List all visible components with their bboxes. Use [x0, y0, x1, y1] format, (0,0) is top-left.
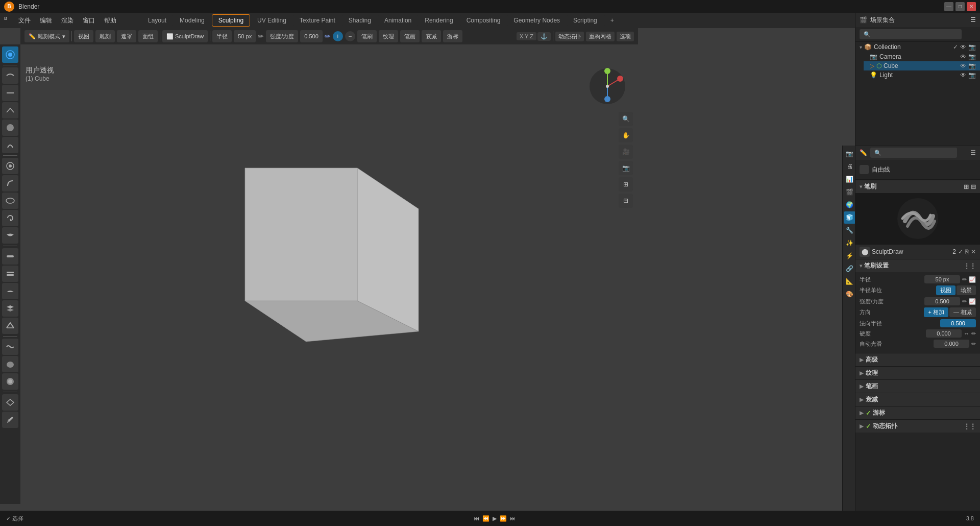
cam-eye-icon[interactable]: 👁: [960, 53, 966, 60]
add-btn[interactable]: +: [333, 31, 343, 41]
menu-edit[interactable]: 编辑: [36, 15, 56, 26]
stroke-settings-btn[interactable]: 笔画: [400, 30, 420, 42]
object-props-icon[interactable]: 🧊: [844, 211, 856, 224]
material-props-icon[interactable]: 🎨: [844, 288, 856, 300]
radius-view-btn[interactable]: 视图: [936, 285, 955, 295]
fill-tool[interactable]: [2, 119, 18, 136]
auto-smooth-value[interactable]: 0.000: [934, 340, 969, 348]
tab-add[interactable]: +: [604, 15, 620, 26]
cursor-section-header[interactable]: ▶ ✓ 游标: [855, 406, 980, 419]
zoom-btn[interactable]: 🔍: [619, 112, 633, 126]
mode-selector[interactable]: ✏️ 雕刻模式 ▾: [24, 30, 69, 42]
physics-props-icon[interactable]: ⚡: [844, 250, 856, 262]
falloff-settings-btn[interactable]: 衰减: [422, 30, 441, 42]
brush-section-header[interactable]: ▾ 笔刷 ⊞ ⊟: [855, 180, 980, 193]
clay-thumb-tool[interactable]: [2, 283, 18, 299]
dyntopo-more-icon[interactable]: ⋮⋮: [964, 423, 976, 430]
blob-tool[interactable]: [2, 356, 18, 372]
cursor-settings-btn[interactable]: 游标: [443, 30, 462, 42]
light-eye-icon[interactable]: 👁: [960, 71, 966, 79]
auto-smooth-pen-icon[interactable]: ✏: [971, 341, 976, 347]
cam-render-icon[interactable]: 📷: [968, 53, 976, 60]
menu-render[interactable]: 渲染: [57, 15, 78, 26]
view-menu[interactable]: 视图: [74, 30, 93, 42]
playback-prev-icon[interactable]: ⏪: [482, 515, 489, 522]
light-render-icon[interactable]: 📷: [968, 71, 976, 79]
col-eye-icon[interactable]: 👁: [960, 43, 966, 51]
pinch-tool[interactable]: [2, 137, 18, 153]
layer-tool[interactable]: [2, 300, 18, 317]
strength-prop-value[interactable]: 0.500: [924, 297, 960, 305]
tab-scripting[interactable]: Scripting: [567, 15, 603, 26]
outliner-cube[interactable]: ▷ ⬡ Cube 👁 📷: [864, 61, 980, 70]
scrape-tool[interactable]: [2, 102, 18, 118]
tab-modeling[interactable]: Modeling: [174, 15, 211, 26]
sculpt-menu[interactable]: 雕刻: [95, 30, 115, 42]
slide-relax-tool[interactable]: [2, 227, 18, 244]
strength-graph-icon[interactable]: 📈: [969, 298, 976, 305]
menu-file[interactable]: 文件: [14, 15, 35, 26]
tab-rendering[interactable]: Rendering: [419, 15, 459, 26]
direction-sub-btn[interactable]: — 相减: [949, 307, 976, 317]
brush-settings-header[interactable]: ▾ 笔刷设置 ⋮⋮: [855, 259, 980, 272]
tab-texture-paint[interactable]: Texture Paint: [293, 15, 341, 26]
cube-render-icon[interactable]: 📷: [968, 62, 976, 69]
close-button[interactable]: ✕: [967, 2, 976, 11]
direction-add-btn[interactable]: + 相加: [924, 307, 948, 317]
brush-check-icon[interactable]: ✓: [958, 248, 963, 255]
render-props-icon[interactable]: 📷: [844, 148, 856, 160]
brush-name-display[interactable]: SculptDraw: [872, 248, 950, 255]
nav-gizmo[interactable]: [587, 66, 628, 107]
col-render-icon[interactable]: 📷: [968, 43, 976, 51]
settings-more-icon[interactable]: ⋮⋮: [964, 262, 976, 270]
multiplane-scrape-tool[interactable]: [2, 318, 18, 334]
dyntopo-btn[interactable]: 动态拓扑: [555, 32, 584, 41]
particles-props-icon[interactable]: ✨: [844, 237, 856, 249]
cube-eye-icon[interactable]: 👁: [960, 62, 966, 69]
remesh-btn[interactable]: 重构网格: [586, 32, 615, 41]
view-layer-props-icon[interactable]: 📊: [844, 173, 856, 185]
brush-expand-icon[interactable]: ⊞: [964, 183, 969, 190]
tab-animation[interactable]: Animation: [378, 15, 418, 26]
mask-menu[interactable]: 遮罩: [117, 30, 136, 42]
smooth-tool[interactable]: [2, 67, 18, 84]
scene-props-icon[interactable]: 🎬: [844, 186, 856, 198]
viewport[interactable]: 用户透视 (1) Cube: [20, 44, 638, 504]
advanced-section-header[interactable]: ▶ 高级: [855, 353, 980, 366]
outliner-search[interactable]: 🔍: [860, 29, 962, 39]
dyntopo-section-header[interactable]: ▶ ✓ 动态拓扑 ⋮⋮: [855, 419, 980, 433]
inflate-tool[interactable]: [2, 373, 18, 390]
outliner-filter-icon[interactable]: ☰: [970, 16, 976, 23]
constraints-props-icon[interactable]: 🔗: [844, 262, 856, 275]
strength-pen-icon[interactable]: ✏: [962, 298, 967, 305]
brush-minimize-icon[interactable]: ⊟: [971, 183, 976, 190]
world-props-icon[interactable]: 🌍: [844, 199, 856, 211]
tab-compositing[interactable]: Compositing: [460, 15, 507, 26]
radius-scene-btn[interactable]: 场景: [957, 285, 976, 295]
grab-tool[interactable]: [2, 158, 18, 174]
rotate-tool[interactable]: [2, 210, 18, 226]
brush-settings-btn[interactable]: 笔刷: [357, 30, 377, 42]
modifier-props-icon[interactable]: 🔧: [844, 224, 856, 236]
thumb-tool[interactable]: [2, 193, 18, 209]
grid-view-btn[interactable]: ⊟: [619, 194, 633, 208]
brush-delete-icon[interactable]: ✕: [971, 248, 976, 255]
top-view-btn[interactable]: ⊞: [619, 177, 633, 192]
maximize-button[interactable]: □: [955, 2, 965, 11]
radius-pen-icon[interactable]: ✏: [962, 276, 967, 283]
radius-value[interactable]: 50 px: [234, 30, 256, 42]
normal-constraint[interactable]: ⚓: [537, 32, 551, 41]
outliner-light[interactable]: 💡 Light 👁 📷: [864, 70, 980, 80]
playback-play-icon[interactable]: ▶: [493, 515, 497, 522]
clay-tool[interactable]: [2, 248, 18, 265]
outliner-scene-collection[interactable]: ▾ 📦 Collection ✓ 👁 📷: [855, 42, 980, 52]
brush-copy-icon[interactable]: ⎘: [965, 248, 969, 255]
orbit-btn[interactable]: 🎥: [619, 145, 633, 159]
crease-tool[interactable]: [2, 339, 18, 355]
hardness-value[interactable]: 0.000: [926, 329, 962, 338]
annotate-tool[interactable]: [2, 412, 18, 428]
playback-end-icon[interactable]: ⏭: [510, 515, 516, 521]
strength-value[interactable]: 0.500: [300, 30, 323, 42]
hardness-pen-icon[interactable]: ✏: [971, 330, 976, 337]
col-check-icon[interactable]: ✓: [953, 43, 958, 51]
